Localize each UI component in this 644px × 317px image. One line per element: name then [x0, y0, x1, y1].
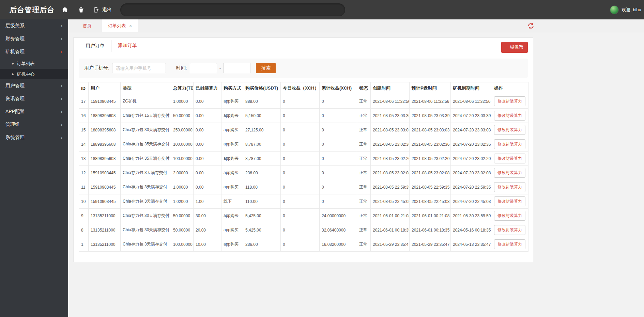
column-header: 购买价格(USDT) — [243, 82, 281, 94]
cell-created: 2021-08-05 23:03:03 — [371, 123, 410, 137]
column-header: 创建时间 — [371, 82, 410, 94]
avatar[interactable] — [610, 5, 619, 14]
cell-expire: 2021-08-06 11:32:56 — [451, 94, 492, 109]
cell-expire: 2021-05-30 23:59:59 — [451, 209, 492, 223]
modify-sealed-power-button[interactable]: 修改封装算力 — [494, 168, 525, 178]
cell-expire: 2024-07-20 22:45:03 — [451, 194, 492, 209]
cell-expire: 2024-07-20 23:03:39 — [451, 109, 492, 123]
sidebar-item-label: 资讯管理 — [5, 96, 25, 102]
refresh-icon — [527, 22, 534, 29]
sidebar-item-label: 层级关系 — [5, 23, 25, 29]
cell-actions: 修改封装算力 — [492, 123, 528, 137]
card-header: 用户订单添加订单 一键派币 — [79, 40, 528, 53]
cell-status: 正常 — [357, 166, 371, 180]
cell-price: 236.00 — [243, 166, 281, 180]
cell-plot_time: 2021-08-05 23:03:03 — [410, 123, 451, 137]
cell-id: 15 — [79, 123, 89, 137]
modify-sealed-power-button[interactable]: 修改封装算力 — [494, 225, 525, 235]
time-start-input[interactable] — [190, 63, 217, 73]
table-row: 1215910903445Chia存力包 3天满存交付2.000000.00ap… — [79, 166, 528, 180]
cell-user: 18898395608 — [89, 137, 121, 152]
home-button[interactable] — [61, 6, 69, 14]
sidebar-item[interactable]: 财务管理› — [0, 32, 68, 45]
sidebar-subitem-label: 订单列表 — [17, 61, 34, 67]
modify-sealed-power-button[interactable]: 修改封装算力 — [494, 125, 525, 135]
panel-tab[interactable]: 用户订单 — [79, 40, 111, 52]
sidebar-subitem[interactable]: ▶订单列表 — [0, 58, 68, 69]
sidebar-item[interactable]: 系统管理› — [0, 131, 68, 144]
sidebar-subitem[interactable]: ▶矿机中心 — [0, 69, 68, 79]
cell-status: 正常 — [357, 237, 371, 252]
sidebar-item[interactable]: 矿机管理› — [0, 45, 68, 58]
cell-price: 110.00 — [243, 194, 281, 209]
column-header: 已封装算力 — [194, 82, 221, 94]
sidebar-item[interactable]: APP配置› — [0, 105, 68, 118]
logout-button[interactable]: 退出 — [93, 6, 112, 13]
cell-status: 正常 — [357, 223, 371, 237]
modify-sealed-power-button[interactable]: 修改封装算力 — [494, 154, 525, 163]
cell-status: 正常 — [357, 152, 371, 166]
column-header: ID — [79, 82, 89, 94]
modify-sealed-power-button[interactable]: 修改封装算力 — [494, 96, 525, 106]
cell-actions: 修改封装算力 — [492, 223, 528, 237]
cell-sealed: 0.00 — [194, 94, 221, 109]
phone-label: 用户手机号: — [84, 65, 109, 71]
tab-label: 订单列表 — [108, 23, 126, 29]
modify-sealed-power-button[interactable]: 修改封装算力 — [494, 239, 525, 249]
topbar-user[interactable]: 欢迎, bihu — [610, 5, 644, 14]
topbar-search-input[interactable] — [120, 3, 345, 16]
cell-method: app购买 — [221, 94, 243, 109]
cell-plot_time: 2021-06-01 00:18:35 — [410, 223, 451, 237]
table-header-row: ID用户类型总算力(TB)已封装算力购买方式购买价格(USDT)今日收益（XCH… — [79, 82, 528, 94]
modify-sealed-power-button[interactable]: 修改封装算力 — [494, 139, 525, 149]
modify-sealed-power-button[interactable]: 修改封装算力 — [494, 182, 525, 192]
cell-status: 正常 — [357, 123, 371, 137]
sidebar-item[interactable]: 层级关系› — [0, 19, 68, 32]
modify-sealed-power-button[interactable]: 修改封装算力 — [494, 211, 525, 221]
table-row: 1418898395608Chia存力包 35天满存交付100.000000.0… — [79, 137, 528, 152]
sidebar-item[interactable]: 用户管理› — [0, 79, 68, 92]
cell-total: 100.00000 — [171, 137, 194, 152]
cell-created: 2021-08-05 23:02:36 — [371, 137, 410, 152]
cell-cumulative: 16.03200000 — [320, 237, 357, 252]
cell-sealed: 0.00 — [194, 152, 221, 166]
tabbar-tab[interactable]: 订单列表× — [102, 19, 138, 32]
table-row: 1115910903445Chia存力包 3天满存交付1.000000.00ap… — [79, 180, 528, 194]
cell-total: 100.00000 — [171, 237, 194, 252]
cell-id: 17 — [79, 94, 89, 109]
dispatch-coins-button[interactable]: 一键派币 — [501, 42, 528, 53]
cell-status: 正常 — [357, 137, 371, 152]
app-title: 后台管理后台 — [0, 5, 59, 15]
search-button[interactable]: 搜索 — [256, 63, 276, 73]
cell-method: app购买 — [221, 123, 243, 137]
cell-today: 0 — [281, 223, 320, 237]
close-tab-icon[interactable]: × — [129, 23, 132, 29]
table-row: 1518898395608Chia存力包 30天满存交付250.000000.0… — [79, 123, 528, 137]
tabbar-tabs: 首页订单列表× — [77, 19, 142, 32]
cell-cumulative: 0 — [320, 109, 357, 123]
panel-tab[interactable]: 添加订单 — [111, 40, 143, 52]
cell-type: Chia存力包 30天满存交付 — [121, 223, 171, 237]
clear-cache-button[interactable] — [77, 6, 85, 14]
sidebar-item[interactable]: 管理组› — [0, 118, 68, 131]
time-end-input[interactable] — [223, 63, 250, 73]
phone-input[interactable] — [112, 63, 166, 73]
cell-method: app购买 — [221, 166, 243, 180]
cell-id: 1 — [79, 237, 89, 252]
refresh-button[interactable] — [527, 22, 534, 29]
cell-user: 15910903445 — [89, 166, 121, 180]
modify-sealed-power-button[interactable]: 修改封装算力 — [494, 196, 525, 206]
tabbar-tab[interactable]: 首页 — [77, 19, 98, 32]
sidebar-item[interactable]: 资讯管理› — [0, 92, 68, 105]
cell-type: Chia存力包 3天满存交付 — [121, 194, 171, 209]
cell-cumulative: 0 — [320, 137, 357, 152]
cell-user: 15910903445 — [89, 180, 121, 194]
cell-sealed: 0.00 — [194, 137, 221, 152]
cell-cumulative: 0 — [320, 123, 357, 137]
cell-total: 1.00000 — [171, 94, 194, 109]
table-row: 913135211000Chia存力包 30天满存交付50.0000030.00… — [79, 209, 528, 223]
cell-status: 正常 — [357, 109, 371, 123]
cell-price: 236.00 — [243, 237, 281, 252]
topbar-icons: 退出 — [61, 6, 112, 14]
modify-sealed-power-button[interactable]: 修改封装算力 — [494, 111, 525, 121]
